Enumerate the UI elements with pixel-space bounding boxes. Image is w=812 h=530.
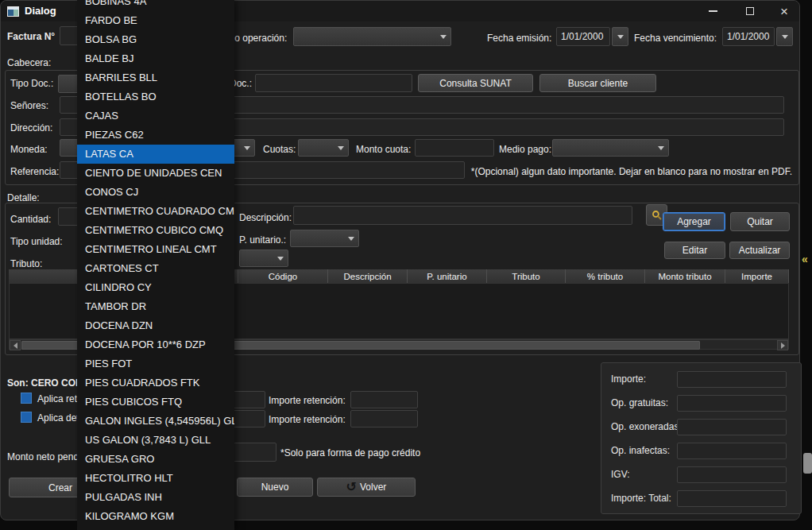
dropdown-option[interactable]: TAMBOR DR bbox=[77, 297, 234, 316]
maximize-icon bbox=[746, 7, 754, 15]
table-column-header[interactable]: P. unitario bbox=[408, 269, 487, 283]
opcional-note: *(Opcional) algun dato importante. Dejar… bbox=[454, 166, 792, 177]
table-column-header[interactable]: Importe bbox=[725, 269, 789, 283]
chevron-down-icon bbox=[617, 35, 624, 39]
table-column-header[interactable]: % tributo bbox=[566, 269, 645, 283]
dropdown-option[interactable]: CILINDRO CY bbox=[77, 278, 234, 297]
dropdown-option[interactable]: US GALON (3,7843 L) GLL bbox=[77, 431, 234, 450]
quitar-button[interactable]: Quitar bbox=[730, 212, 790, 231]
consulta-sunat-button[interactable]: Consulta SUNAT bbox=[418, 74, 533, 92]
fecha-vencimiento-dropdown-button[interactable] bbox=[776, 27, 793, 46]
editar-button[interactable]: Editar bbox=[664, 242, 725, 259]
fecha-emision-dropdown-button[interactable] bbox=[612, 27, 628, 46]
dropdown-option[interactable]: PIES CUADRADOS FTK bbox=[77, 373, 234, 393]
fecha-vencimiento-label: Fecha vencimiento: bbox=[634, 33, 717, 44]
aplica-detraccion-checkbox[interactable] bbox=[21, 412, 32, 423]
tipo-operacion-select[interactable] bbox=[293, 27, 451, 46]
summary-box: Importe:Op. gratuitas:Op. exoneradas:Op.… bbox=[601, 362, 802, 514]
scroll-right-button[interactable] bbox=[777, 340, 788, 350]
referencia-label: Referencia: bbox=[10, 166, 59, 177]
dropdown-option[interactable]: BOLSA BG bbox=[77, 30, 234, 49]
detalle-section-label: Detalle: bbox=[7, 192, 40, 203]
son-label: Son: CERO CON bbox=[7, 377, 83, 389]
importe-retencion-label-1: Importe retención: bbox=[269, 395, 346, 406]
summary-value-input[interactable] bbox=[677, 490, 787, 507]
maximize-button[interactable] bbox=[736, 1, 764, 21]
dropdown-option[interactable]: PIES CUBICOS FTQ bbox=[77, 393, 234, 412]
dropdown-option[interactable]: CENTIMETRO CUADRADO CMK bbox=[77, 202, 234, 221]
monto-cuota-input[interactable] bbox=[415, 139, 494, 157]
dropdown-option[interactable]: HECTOLITRO HLT bbox=[77, 469, 234, 488]
arrow-right-icon bbox=[781, 342, 785, 349]
dropdown-option[interactable]: BALDE BJ bbox=[77, 49, 234, 68]
close-button[interactable]: × bbox=[770, 1, 798, 21]
undo-arrow-icon: ↺ bbox=[346, 481, 357, 493]
dropdown-option[interactable]: CENTIMETRO CUBICO CMQ bbox=[77, 221, 234, 240]
arrow-left-icon bbox=[14, 342, 17, 349]
dropdown-option[interactable]: PULGADAS INH bbox=[77, 488, 234, 507]
dropdown-option[interactable]: BARRILES BLL bbox=[77, 68, 234, 87]
table-column-header[interactable]: Tributo bbox=[487, 269, 566, 283]
chevron-down-icon bbox=[338, 146, 344, 150]
dropdown-option[interactable]: CONOS CJ bbox=[77, 183, 234, 202]
summary-label: Op. exoneradas: bbox=[611, 419, 682, 435]
dropdown-option[interactable]: GALON INGLES (4,545956L) GLI bbox=[77, 412, 234, 431]
scroll-left-button[interactable] bbox=[10, 340, 21, 350]
summary-value-input[interactable] bbox=[677, 466, 787, 483]
app-icon bbox=[7, 6, 19, 17]
minimize-button[interactable] bbox=[698, 1, 727, 21]
monto-cuota-label: Monto cuota: bbox=[356, 144, 411, 155]
dropdown-option[interactable]: PIES FOT bbox=[77, 354, 234, 373]
dropdown-option[interactable]: CARTONES CT bbox=[77, 259, 234, 278]
nuevo-button[interactable]: Nuevo bbox=[237, 478, 313, 497]
summary-label: Op. inafectas: bbox=[611, 443, 670, 459]
dropdown-option[interactable]: DOCENA DZN bbox=[77, 316, 234, 335]
fecha-emision-label: Fecha emisión: bbox=[487, 33, 551, 44]
fecha-vencimiento-input[interactable] bbox=[722, 27, 775, 46]
edge-glyph: « bbox=[802, 253, 808, 265]
p-unitario-select[interactable] bbox=[290, 230, 359, 247]
dropdown-option[interactable]: BOBINAS 4A bbox=[77, 0, 234, 11]
cuotas-label: Cuotas: bbox=[263, 144, 296, 155]
importe-retencion-input-1[interactable] bbox=[350, 391, 418, 408]
table-column-header[interactable]: Descripción bbox=[328, 269, 408, 283]
summary-label: IGV: bbox=[611, 466, 630, 483]
dropdown-option[interactable]: LATAS CA bbox=[77, 145, 234, 164]
volver-button[interactable]: ↺ Volver bbox=[317, 478, 416, 497]
descripcion-input[interactable] bbox=[293, 206, 632, 225]
dropdown-option[interactable]: CIENTO DE UNIDADES CEN bbox=[77, 164, 234, 183]
dropdown-option[interactable]: DOCENA POR 10**6 DZP bbox=[77, 335, 234, 354]
medio-pago-select[interactable] bbox=[552, 139, 669, 157]
summary-value-input[interactable] bbox=[677, 443, 787, 459]
nuevo-button-label: Nuevo bbox=[261, 482, 289, 493]
importe-retencion-input-2[interactable] bbox=[350, 410, 418, 427]
summary-value-input[interactable] bbox=[677, 371, 787, 388]
buscar-cliente-button[interactable]: Buscar cliente bbox=[539, 74, 656, 92]
senores-label: Señores: bbox=[10, 100, 48, 111]
agregar-button[interactable]: Agregar bbox=[663, 212, 725, 231]
summary-value-input[interactable] bbox=[677, 419, 787, 435]
dropdown-option[interactable]: KILOGRAMO KGM bbox=[77, 507, 234, 526]
summary-label: Op. gratuitas: bbox=[611, 395, 668, 412]
chevron-down-icon bbox=[782, 35, 788, 39]
doc-input[interactable] bbox=[255, 74, 412, 92]
actualizar-button[interactable]: Actualizar bbox=[729, 242, 790, 259]
dropdown-option[interactable]: CENTIMETRO LINEAL CMT bbox=[77, 240, 234, 259]
fecha-emision-input[interactable] bbox=[556, 27, 610, 46]
table-column-header[interactable]: Código bbox=[238, 269, 328, 283]
chevron-down-icon bbox=[440, 35, 447, 39]
dropdown-option[interactable]: PIEZAS C62 bbox=[77, 126, 234, 145]
chevron-down-icon bbox=[277, 257, 284, 261]
dropdown-option[interactable]: FARDO BE bbox=[77, 11, 234, 30]
volver-button-label: Volver bbox=[360, 482, 386, 493]
table-column-header[interactable]: Monto tributo bbox=[645, 269, 725, 283]
summary-value-input[interactable] bbox=[677, 395, 787, 412]
dropdown-option[interactable]: BOTELLAS BO bbox=[77, 87, 234, 106]
importe-retencion-label-2: Importe retención: bbox=[269, 414, 346, 425]
dropdown-option[interactable]: CAJAS bbox=[77, 106, 234, 126]
tributo-select[interactable] bbox=[239, 250, 288, 267]
dropdown-option[interactable]: GRUESA GRO bbox=[77, 450, 234, 469]
aplica-retencion-checkbox[interactable] bbox=[21, 393, 32, 404]
tipo-unidad-label: Tipo unidad: bbox=[10, 236, 63, 247]
cuotas-select[interactable] bbox=[298, 139, 349, 157]
